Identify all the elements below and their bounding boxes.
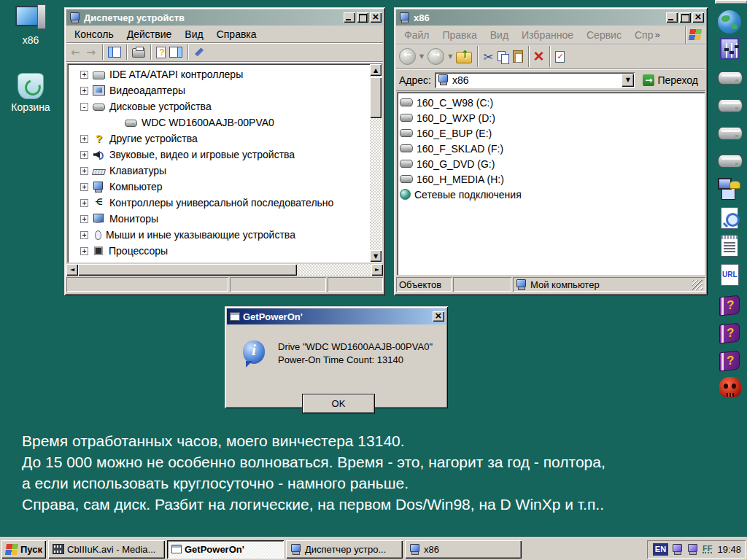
- menu-favorites[interactable]: Избранное: [515, 28, 580, 42]
- expand-toggle[interactable]: +: [80, 167, 88, 175]
- taskbar-clock[interactable]: 19:48: [716, 544, 741, 555]
- expand-toggle[interactable]: +: [80, 215, 88, 223]
- hard-disk-icon[interactable]: [718, 93, 744, 118]
- scroll-down-icon[interactable]: [370, 250, 382, 262]
- skull-icon[interactable]: [718, 375, 744, 400]
- properties-icon[interactable]: [169, 47, 182, 58]
- expand-toggle[interactable]: +: [80, 199, 88, 207]
- go-button[interactable]: → Переход: [638, 71, 703, 89]
- menu-tools[interactable]: Сервис: [580, 28, 628, 42]
- show-console-tree-icon[interactable]: [108, 47, 121, 58]
- delete-icon[interactable]: [534, 49, 544, 65]
- copy-icon[interactable]: [498, 51, 509, 63]
- tree-item[interactable]: + Компьютер: [67, 179, 382, 195]
- close-button[interactable]: [692, 12, 704, 23]
- hard-disk-icon[interactable]: [718, 66, 744, 90]
- undo-icon[interactable]: [555, 51, 565, 63]
- menu-deystvie[interactable]: Действие: [120, 27, 179, 42]
- drive-item[interactable]: 160_H_MEDIA (H:): [398, 171, 703, 187]
- resize-grip[interactable]: [692, 280, 703, 290]
- expand-toggle[interactable]: +: [80, 135, 88, 143]
- expand-toggle[interactable]: +: [80, 71, 88, 79]
- help-book-icon[interactable]: [718, 349, 744, 373]
- minimize-button[interactable]: [666, 12, 678, 23]
- file-search-icon[interactable]: [718, 207, 744, 232]
- back-icon[interactable]: [399, 48, 416, 65]
- scroll-right-icon[interactable]: [371, 264, 383, 276]
- tree-item[interactable]: + Видеоадаптеры: [67, 82, 382, 98]
- tree-item[interactable]: + Контроллеры универсальной последовател…: [67, 195, 382, 211]
- menu-vid[interactable]: Вид: [178, 27, 209, 42]
- taskbar-task-device-manager[interactable]: Диспетчер устро...: [286, 540, 403, 559]
- expand-toggle[interactable]: +: [80, 231, 88, 239]
- scroll-left-icon[interactable]: [66, 264, 78, 276]
- management-icon[interactable]: [193, 47, 205, 58]
- menu-konsol[interactable]: Консоль: [68, 27, 120, 42]
- maximize-button[interactable]: [679, 12, 691, 23]
- up-folder-icon[interactable]: [456, 52, 472, 63]
- menu-spravka[interactable]: Справка: [210, 27, 263, 42]
- expand-toggle[interactable]: -: [80, 103, 88, 111]
- notepad-icon[interactable]: [718, 235, 744, 260]
- print-icon[interactable]: [132, 48, 145, 58]
- url-shortcut-icon[interactable]: [718, 264, 744, 289]
- drive-item[interactable]: 160_G_DVD (G:): [398, 156, 703, 171]
- dialup-networking-icon[interactable]: [718, 176, 744, 201]
- address-combobox[interactable]: x86: [435, 72, 635, 88]
- tray-network-icon[interactable]: [687, 544, 699, 555]
- forward-dropdown-icon[interactable]: ▼: [448, 53, 452, 60]
- tree-item[interactable]: + Мониторы: [67, 211, 382, 227]
- paste-icon[interactable]: [513, 50, 523, 63]
- ok-button[interactable]: OK: [302, 394, 375, 413]
- start-button[interactable]: Пуск: [1, 540, 46, 559]
- expand-toggle[interactable]: +: [80, 87, 88, 95]
- menu-help[interactable]: Спр: [628, 28, 653, 42]
- back-icon[interactable]: ←: [69, 46, 82, 59]
- taskbar-task-x86[interactable]: x86: [405, 540, 522, 559]
- close-button[interactable]: [370, 12, 382, 23]
- scrollbar-thumb[interactable]: [370, 77, 382, 118]
- drive-item[interactable]: 160_E_BUP (E:): [398, 125, 703, 141]
- tree-item[interactable]: + IDE ATA/ATAPI контроллеры: [67, 66, 382, 82]
- ffdshow-tray-icon[interactable]: FF: [703, 545, 712, 553]
- hard-disk-icon[interactable]: [718, 149, 744, 174]
- expand-toggle[interactable]: +: [80, 151, 88, 159]
- language-indicator[interactable]: EN: [653, 543, 668, 556]
- explorer-titlebar[interactable]: x86: [396, 9, 705, 26]
- tree-item[interactable]: - Дисковые устройства: [67, 98, 382, 114]
- menu-edit[interactable]: Правка: [436, 28, 483, 42]
- menu-view[interactable]: Вид: [484, 28, 515, 42]
- scroll-up-icon[interactable]: [370, 64, 382, 76]
- drive-item[interactable]: 160_F_SKLAD (F:): [398, 141, 703, 156]
- menu-file[interactable]: Файл: [398, 28, 436, 42]
- drive-item[interactable]: 160_D_WXP (D:): [398, 110, 703, 125]
- network-connections-item[interactable]: Сетевые подключения: [398, 187, 703, 202]
- cut-icon[interactable]: [483, 50, 493, 64]
- menu-overflow-chevron[interactable]: »: [653, 29, 661, 40]
- taskbar-task-media-player[interactable]: CbIIIuK.avi - Media...: [48, 540, 165, 559]
- hard-disk-icon[interactable]: [718, 121, 744, 146]
- forward-icon[interactable]: →: [85, 46, 98, 59]
- address-dropdown-icon[interactable]: [622, 74, 634, 87]
- internet-globe-icon[interactable]: [718, 10, 744, 35]
- tree-item[interactable]: WDC WD1600AAJB-00PVA0: [67, 114, 382, 131]
- tree-item[interactable]: + Другие устройства: [67, 131, 382, 147]
- minimize-button[interactable]: [344, 12, 355, 23]
- desktop-icon-x86[interactable]: x86: [4, 4, 57, 46]
- tree-item[interactable]: + Процессоры: [67, 243, 382, 259]
- expand-toggle[interactable]: +: [80, 247, 88, 255]
- tree-item[interactable]: + Мыши и иные указывающие устройства: [67, 227, 382, 243]
- taskbar-task-getpoweron[interactable]: GetPowerOn': [167, 540, 284, 559]
- help-icon[interactable]: [156, 47, 166, 58]
- tray-network-icon[interactable]: [672, 544, 684, 555]
- dialog-titlebar[interactable]: GetPowerOn': [227, 308, 446, 324]
- tree-item[interactable]: + Звуковые, видео и игровые устройства: [67, 147, 382, 163]
- horizontal-scrollbar[interactable]: [66, 263, 383, 276]
- volume-mixer-icon[interactable]: [718, 38, 744, 63]
- vertical-scrollbar[interactable]: [370, 64, 382, 262]
- help-book-icon[interactable]: [718, 293, 744, 318]
- drive-item[interactable]: 160_C_W98 (C:): [398, 95, 703, 110]
- tree-item[interactable]: + Клавиатуры: [67, 163, 382, 179]
- desktop-icon-recycle-bin[interactable]: Корзина: [4, 73, 57, 113]
- help-book-icon[interactable]: [718, 321, 744, 346]
